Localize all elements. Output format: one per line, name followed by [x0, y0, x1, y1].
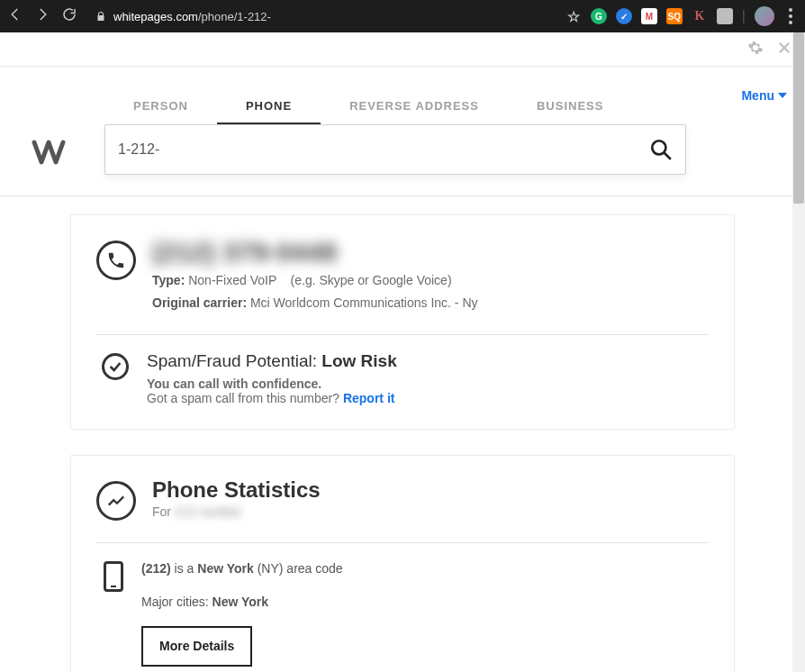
svg-point-3 — [652, 141, 665, 154]
content-area: (212) 379-0448 Type: Non-Fixed VoIP (e.g… — [0, 196, 805, 672]
forward-button[interactable] — [34, 6, 50, 26]
phone-statistics-card: Phone Statistics For 212 number (212) is… — [70, 455, 735, 672]
phone-type-line: Type: Non-Fixed VoIP (e.g. Skype or Goog… — [152, 271, 478, 290]
profile-avatar[interactable] — [755, 6, 774, 26]
svg-marker-2 — [778, 93, 787, 98]
extension-sq-icon[interactable]: SQ — [666, 8, 683, 24]
address-bar[interactable]: whitepages.com/phone/1-212- — [95, 10, 271, 23]
stats-title: Phone Statistics — [152, 477, 321, 503]
spam-subtext: You can call with confidence. Got a spam… — [147, 377, 397, 405]
extension-k-icon[interactable]: K — [692, 8, 708, 24]
bookmark-star-icon[interactable]: ☆ — [565, 8, 582, 24]
scrollbar-thumb[interactable] — [793, 32, 804, 204]
checkmark-icon — [102, 353, 129, 380]
tab-reverse-address[interactable]: REVERSE ADDRESS — [321, 88, 508, 124]
phone-carrier-line: Original carrier: Mci Worldcom Communica… — [152, 294, 478, 313]
phone-result-card: (212) 379-0448 Type: Non-Fixed VoIP (e.g… — [70, 214, 735, 430]
back-button[interactable] — [7, 6, 23, 26]
vertical-scrollbar[interactable] — [792, 32, 805, 672]
tab-phone[interactable]: PHONE — [217, 88, 321, 124]
extension-mail-icon[interactable]: M — [641, 8, 657, 24]
search-input[interactable] — [118, 141, 649, 158]
lock-icon — [95, 11, 106, 22]
menu-dropdown[interactable]: Menu — [741, 88, 787, 103]
spam-potential-heading: Spam/Fraud Potential: Low Risk — [147, 351, 397, 371]
menu-label: Menu — [741, 88, 774, 103]
tab-person[interactable]: PERSON — [104, 88, 217, 124]
url-text: whitepages.com/phone/1-212- — [113, 10, 271, 23]
svg-line-4 — [664, 152, 671, 159]
major-cities-line: Major cities: New York — [141, 593, 343, 612]
whitepages-logo[interactable] — [29, 132, 68, 175]
phone-icon — [96, 241, 136, 280]
browser-toolbar: whitepages.com/phone/1-212- ☆ G ✓ M SQ K… — [0, 0, 805, 32]
extension-bluecheck-icon[interactable]: ✓ — [616, 8, 632, 24]
stats-icon — [96, 481, 136, 521]
reload-button[interactable] — [61, 6, 77, 26]
more-details-button[interactable]: More Details — [141, 626, 252, 667]
extension-area: ☆ G ✓ M SQ K | — [565, 6, 798, 26]
page-utility-bar — [0, 32, 805, 67]
stats-for-line: For 212 number — [152, 504, 321, 519]
search-header: PERSON PHONE REVERSE ADDRESS BUSINESS Me… — [0, 67, 805, 196]
area-code-line: (212) is a New York (NY) area code — [141, 559, 343, 578]
device-icon — [104, 561, 123, 592]
extension-misc-icon[interactable] — [717, 8, 733, 24]
phone-number-heading: (212) 379-0448 — [152, 237, 478, 268]
search-box — [104, 124, 686, 175]
chevron-down-icon — [778, 91, 787, 100]
close-icon[interactable] — [776, 40, 792, 59]
browser-menu-button[interactable] — [783, 8, 798, 24]
search-button[interactable] — [649, 138, 673, 161]
tab-business[interactable]: BUSINESS — [508, 88, 632, 124]
gear-icon[interactable] — [747, 40, 764, 59]
report-link[interactable]: Report it — [343, 391, 395, 405]
search-tabs: PERSON PHONE REVERSE ADDRESS BUSINESS — [104, 88, 632, 124]
extension-grammarly-icon[interactable]: G — [591, 8, 607, 24]
